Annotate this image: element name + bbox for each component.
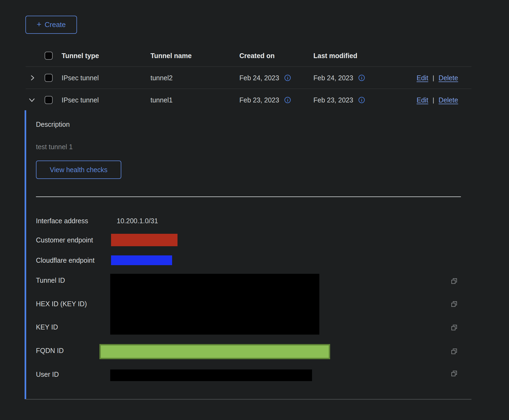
user-id-redaction <box>110 369 312 381</box>
customer-endpoint-redaction <box>111 234 178 246</box>
detail-divider <box>36 196 461 197</box>
edit-link[interactable]: Edit <box>417 74 428 82</box>
info-icon[interactable]: i <box>284 75 291 81</box>
create-button[interactable]: + Create <box>25 16 77 34</box>
actions-separator: | <box>433 96 434 104</box>
cloudflare-endpoint-redaction <box>111 255 172 265</box>
table-row: IPsec tunnel tunnel2 Feb 24, 2023 i Feb … <box>26 67 471 89</box>
row-actions: Edit | Delete <box>417 96 458 104</box>
copy-icon[interactable] <box>451 348 458 355</box>
col-header-tunnel-type: Tunnel type <box>62 52 99 59</box>
fqdn-id-redaction <box>99 344 330 359</box>
create-button-label: Create <box>45 21 66 29</box>
last-modified-cell: Feb 24, 2023 i <box>313 74 365 82</box>
tunnel-hex-key-id-redaction <box>110 274 319 335</box>
hex-id-label: HEX ID (KEY ID) <box>36 300 87 308</box>
tunnel-id-label: Tunnel ID <box>36 276 65 284</box>
created-on-date: Feb 24, 2023 <box>239 74 279 82</box>
select-all-checkbox[interactable] <box>45 52 53 60</box>
tunnel-type-cell: IPsec tunnel <box>62 96 99 104</box>
copy-icon[interactable] <box>451 370 458 377</box>
col-header-last-modified: Last modified <box>313 52 357 59</box>
info-icon[interactable]: i <box>284 97 291 103</box>
interface-address-label: Interface address <box>36 217 88 225</box>
description-label: Description <box>36 121 70 128</box>
tunnel-name-cell: tunnel2 <box>150 74 173 82</box>
last-modified-cell: Feb 23, 2023 i <box>313 96 365 104</box>
row-checkbox[interactable] <box>45 96 53 104</box>
delete-link[interactable]: Delete <box>438 96 458 104</box>
delete-link[interactable]: Delete <box>438 74 458 82</box>
row-checkbox[interactable] <box>45 74 53 82</box>
view-health-checks-button[interactable]: View health checks <box>36 161 121 179</box>
created-on-date: Feb 23, 2023 <box>239 96 279 104</box>
last-modified-date: Feb 23, 2023 <box>313 96 353 104</box>
expanded-row-bottom-divider <box>26 399 471 400</box>
edit-link[interactable]: Edit <box>417 96 428 104</box>
tunnels-table: Tunnel type Tunnel name Created on Last … <box>26 45 471 111</box>
table-header-row: Tunnel type Tunnel name Created on Last … <box>26 45 471 67</box>
user-id-label: User ID <box>36 371 59 378</box>
created-on-cell: Feb 23, 2023 i <box>239 96 291 104</box>
copy-icon[interactable] <box>451 301 458 308</box>
created-on-cell: Feb 24, 2023 i <box>239 74 291 82</box>
last-modified-date: Feb 24, 2023 <box>313 74 353 82</box>
fqdn-id-label: FQDN ID <box>36 347 64 355</box>
col-header-created-on: Created on <box>239 52 275 59</box>
table-row: IPsec tunnel tunnel1 Feb 23, 2023 i Feb … <box>26 89 471 111</box>
info-icon[interactable]: i <box>359 97 365 103</box>
chevron-down-icon[interactable] <box>27 95 36 105</box>
actions-separator: | <box>433 74 434 82</box>
description-value: test tunnel 1 <box>36 143 73 151</box>
row-actions: Edit | Delete <box>417 74 458 82</box>
col-header-tunnel-name: Tunnel name <box>150 52 192 59</box>
plus-icon: + <box>37 20 42 28</box>
info-icon[interactable]: i <box>359 75 365 81</box>
interface-address-value: 10.200.1.0/31 <box>117 217 158 225</box>
customer-endpoint-label: Customer endpoint <box>36 236 93 244</box>
cloudflare-endpoint-label: Cloudflare endpoint <box>36 256 95 264</box>
copy-icon[interactable] <box>451 324 458 331</box>
expanded-row-accent-bar <box>25 110 26 399</box>
copy-icon[interactable] <box>451 278 458 285</box>
tunnel-name-cell: tunnel1 <box>150 96 173 104</box>
tunnel-type-cell: IPsec tunnel <box>62 74 99 82</box>
key-id-label: KEY ID <box>36 323 58 331</box>
chevron-right-icon[interactable] <box>28 73 37 82</box>
